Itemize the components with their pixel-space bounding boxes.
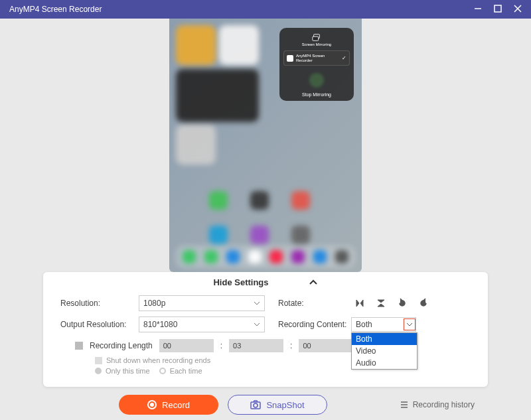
svg-point-4 [254, 403, 258, 407]
record-button[interactable]: Record [119, 395, 218, 415]
record-label: Record [162, 400, 190, 410]
chevron-down-icon [254, 321, 260, 328]
seconds-input[interactable]: 00 [299, 339, 353, 352]
device-preview: Screen Mirroring AnyMP4 Screen Recorder … [169, 19, 362, 272]
stop-mirroring[interactable]: Stop Mirroring [283, 92, 350, 97]
call-circle [309, 73, 324, 88]
chevron-down-icon[interactable] [404, 318, 416, 330]
only-this-time-radio[interactable] [95, 368, 102, 374]
app-title: AnyMP4 Screen Recorder [9, 5, 102, 14]
resolution-row: Resolution: 1080p Rotate: [60, 295, 471, 311]
device-row[interactable]: AnyMP4 Screen Recorder ✓ [283, 50, 350, 66]
svg-rect-2 [313, 36, 319, 40]
option-audio[interactable]: Audio [352, 357, 417, 369]
only-label: Only this time [106, 367, 150, 375]
camera-icon [250, 400, 261, 409]
collapse-label: Hide Settings [213, 277, 268, 287]
settings-panel: Hide Settings Resolution: 1080p Rotate: [43, 272, 488, 387]
mirror-icon [312, 33, 321, 41]
record-icon [147, 400, 157, 409]
resolution-select[interactable]: 1080p [139, 295, 265, 311]
output-row: Output Resolution: 810*1080 Recording Co… [60, 316, 471, 332]
minimize-icon[interactable] [474, 5, 482, 15]
window-controls [474, 5, 522, 15]
output-label: Output Resolution: [60, 320, 139, 329]
history-label: Recording history [413, 400, 475, 409]
each-time-radio[interactable] [159, 368, 166, 374]
content-label: Recording Content: [278, 320, 351, 329]
main-area: Screen Mirroring AnyMP4 Screen Recorder … [0, 19, 531, 420]
content-dropdown: Both Video Audio [351, 332, 417, 370]
titlebar: AnyMP4 Screen Recorder [0, 0, 531, 19]
svg-rect-0 [494, 5, 501, 12]
reclen-checkbox[interactable] [75, 342, 83, 350]
minutes-input[interactable]: 03 [229, 339, 283, 352]
bottom-bar: Record SnapShot Recording history [43, 387, 488, 420]
snapshot-button[interactable]: SnapShot [228, 395, 327, 415]
recording-history-link[interactable]: Recording history [400, 400, 475, 409]
hours-input[interactable]: 00 [159, 339, 214, 352]
rotate-left-icon[interactable] [396, 297, 408, 309]
shutdown-label: Shut down when recording ends [106, 356, 210, 364]
screen-mirroring-panel: Screen Mirroring AnyMP4 Screen Recorder … [279, 28, 354, 101]
content-value: Both [356, 320, 372, 329]
chevron-down-icon [254, 300, 260, 307]
option-both[interactable]: Both [352, 333, 417, 345]
flip-vertical-icon[interactable] [375, 297, 387, 309]
list-icon [400, 401, 409, 409]
output-select[interactable]: 810*1080 [139, 316, 265, 332]
hide-settings-toggle[interactable]: Hide Settings [43, 272, 488, 293]
snapshot-label: SnapShot [266, 400, 304, 410]
option-video[interactable]: Video [352, 345, 417, 357]
settings-body: Resolution: 1080p Rotate: Output Resolut… [43, 293, 488, 387]
resolution-value: 1080p [143, 299, 165, 308]
shutdown-checkbox[interactable] [95, 357, 102, 364]
close-icon[interactable] [514, 5, 522, 15]
chevron-up-icon [309, 279, 318, 286]
rotate-controls [354, 297, 429, 309]
preview-area: Screen Mirroring AnyMP4 Screen Recorder … [0, 19, 531, 272]
rotate-label: Rotate: [278, 299, 351, 308]
recording-content-select[interactable]: Both Both Video Audio [351, 317, 416, 332]
mirror-title: Screen Mirroring [302, 42, 331, 46]
checkmark-icon: ✓ [342, 55, 346, 61]
rotate-right-icon[interactable] [417, 297, 429, 309]
device-icon [287, 55, 293, 62]
output-value: 810*1080 [143, 320, 177, 329]
resolution-label: Resolution: [60, 299, 139, 308]
flip-horizontal-icon[interactable] [354, 297, 366, 309]
each-label: Each time [170, 367, 202, 375]
reclen-label: Recording Length [90, 341, 153, 350]
device-name: AnyMP4 Screen Recorder [296, 54, 339, 62]
maximize-icon[interactable] [494, 5, 502, 15]
